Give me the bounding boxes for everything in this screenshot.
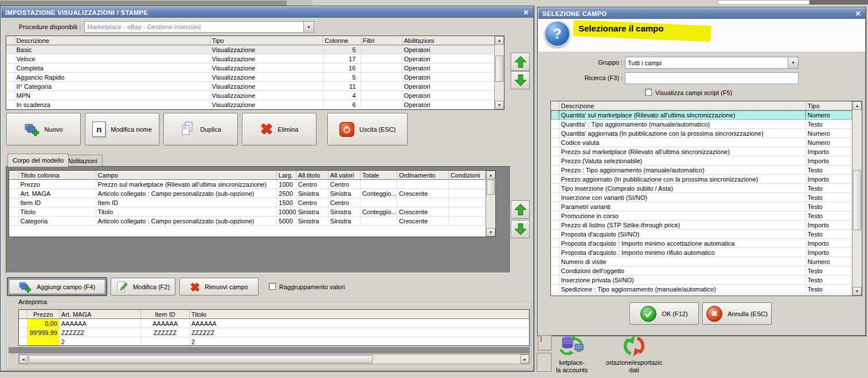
scrollbar-thumb[interactable]	[495, 56, 503, 82]
rimuovi-campo-button[interactable]: ✖ Rimuovi campo	[179, 278, 259, 296]
gruppo-label: Gruppo :	[555, 59, 623, 66]
scroll-right-icon[interactable]: ►	[521, 355, 529, 364]
scroll-up-icon[interactable]: ▲	[853, 101, 862, 110]
list-item[interactable]: Tipo inserzione (Compralo subito / Asta)…	[551, 184, 852, 193]
col-larg: Larg.	[276, 171, 296, 180]
move-down-button[interactable]	[511, 71, 530, 89]
ok-button[interactable]: OK (F12)	[630, 302, 699, 325]
raggruppamento-checkbox[interactable]	[269, 283, 276, 290]
field-move-down-button[interactable]	[511, 220, 530, 238]
modifica-campo-button[interactable]: Modifica (F2)	[111, 278, 175, 296]
close-icon[interactable]: ✕	[523, 9, 529, 16]
left-window-titlebar: IMPOSTAZIONE VISUALIZZAZIONI / STAMPE ✕	[1, 7, 533, 18]
elimina-button[interactable]: ✖ Elimina	[242, 113, 316, 145]
table-row[interactable]: Completa Visualizzazione 16 Operatori	[6, 64, 494, 73]
col-all-titolo: All.titolo	[296, 171, 328, 180]
views-table: Descrizione Tipo Colonne Filtri Abilitaz…	[6, 36, 505, 110]
list-item[interactable]: Prezzo (Valuta selezionabile) Importo	[551, 156, 852, 166]
list-item[interactable]: Inserzione privata (SI/NO) Testo	[551, 275, 852, 285]
anteprima-label: Anteprima	[16, 298, 49, 305]
duplica-button[interactable]: Duplica	[163, 113, 238, 145]
procedures-label: Procedure disponibili :	[11, 23, 81, 30]
import-export-icon[interactable]: ortazione/esportazic dati	[585, 334, 683, 374]
window-impostazione-visualizzazioni: IMPOSTAZIONE VISUALIZZAZIONI / STAMPE ✕ …	[0, 6, 534, 372]
list-item[interactable]: Inserzione con varianti (SI/NO) Testo	[551, 193, 852, 202]
tab-corpo-del-modello[interactable]: Corpo del modello	[7, 153, 69, 167]
background-strip	[810, 0, 868, 5]
power-icon	[339, 122, 354, 137]
list-scrollbar[interactable]: ▲ ▼	[852, 101, 862, 296]
modifica-nome-button[interactable]: n Modifica nome	[85, 113, 159, 145]
list-item[interactable]: Proposta d'acquisto (SI/NO) Testo	[551, 230, 852, 239]
list-item[interactable]: Parametri varianti Testo	[551, 202, 852, 211]
col-all-valori: All.valori	[328, 171, 360, 180]
table-row[interactable]: Categoria Articolo collegato : Campo per…	[9, 216, 486, 226]
table-row[interactable]: Veloce Visualizzazione 17 Operatori	[6, 54, 494, 64]
procedures-value: Marketplace - eBay - Gestione inserzioni	[85, 23, 303, 30]
procedures-dropdown[interactable]: Marketplace - eBay - Gestione inserzioni…	[84, 21, 314, 33]
col-titolo-colonna: Titolo colonna	[18, 171, 96, 180]
table-row[interactable]: MPN Visualizzazione 4 Operatori	[6, 91, 494, 100]
list-item[interactable]: Quantita' sul marketplace (Rilevato all'…	[551, 111, 852, 120]
table-row[interactable]: Prezzo Prezzo sul marketplace (Rilevato …	[9, 180, 486, 189]
table-row[interactable]: Aggancio Rapido Visualizzazione 5 Operat…	[6, 73, 494, 82]
fields-header-row: Titolo colonna Campo Larg. All.titolo Al…	[9, 171, 486, 180]
scrollbar-thumb[interactable]	[487, 180, 495, 195]
list-item[interactable]: Promozione in corso Testo	[551, 211, 852, 220]
table-row[interactable]: Titolo Titolo 10000 Sinistra Sinistra Co…	[9, 207, 486, 216]
desktop-icon-label: dati	[585, 367, 683, 374]
green-arrow-up-icon	[514, 56, 527, 68]
scroll-up-icon[interactable]: ▲	[486, 171, 495, 179]
table-row[interactable]: Basic Visualizzazione 5 Operatori	[6, 45, 494, 54]
list-item[interactable]: Prezzo di listino (STP Strike-through pr…	[551, 220, 852, 230]
col-item-id: Item ID	[141, 310, 189, 319]
uscita-button[interactable]: Uscita (ESC)	[327, 113, 408, 145]
scrollbar-thumb[interactable]	[29, 355, 373, 363]
list-item[interactable]: Codice valuta Numero	[551, 138, 852, 147]
edit-icon	[116, 281, 128, 293]
views-scrollbar[interactable]: ▲ ▼	[494, 36, 504, 109]
ricerca-input[interactable]	[625, 72, 799, 84]
list-item[interactable]: Condizioni dell'oggetto Testo	[551, 266, 852, 275]
chevron-down-icon[interactable]: ▼	[788, 57, 798, 68]
scroll-down-icon[interactable]: ▼	[853, 287, 862, 296]
script-checkbox[interactable]	[645, 89, 652, 96]
table-row[interactable]: Item ID Item ID 1500 Centro Centro	[9, 198, 486, 207]
green-arrow-up-icon	[514, 203, 527, 216]
fields-scrollbar[interactable]: ▲ ▼	[486, 171, 495, 237]
col-tipo: Tipo	[210, 36, 323, 45]
list-item[interactable]: Spedizione : Tipo aggiornamento (manuale…	[551, 285, 852, 294]
list-item[interactable]: Prezzo : Tipo aggiornamento (manuale/aut…	[551, 166, 852, 175]
help-icon: ?	[544, 21, 570, 47]
aggiungi-campo-button[interactable]: Aggiungi campo (F4)	[7, 277, 107, 296]
annulla-button[interactable]: ✖ Annulla (ESC)	[702, 302, 772, 325]
gruppo-dropdown[interactable]: Tutti i campi ▼	[625, 57, 799, 69]
desktop: IMPOSTAZIONE VISUALIZZAZIONI / STAMPE ✕ …	[0, 0, 868, 378]
list-item[interactable]: Quantita' aggiornata (In pubblicazione c…	[551, 129, 852, 138]
chevron-down-icon[interactable]: ▼	[303, 22, 314, 32]
scroll-up-icon[interactable]: ▲	[495, 36, 504, 45]
list-item[interactable]: Proposta d'acquisto : Importo minimo rif…	[551, 248, 852, 257]
table-row[interactable]: II° Categoria Visualizzazione 11 Operato…	[6, 82, 494, 91]
scroll-down-icon[interactable]: ▼	[495, 101, 504, 109]
move-up-button[interactable]	[511, 53, 530, 71]
list-item[interactable]: Prezzo aggiornato (In pubblicazione con …	[551, 175, 852, 184]
col-ordinamento: Ordinamento	[397, 171, 448, 180]
scroll-left-icon[interactable]: ◄	[19, 355, 28, 364]
list-item[interactable]: Proposta d'acquisto : Importo minimo acc…	[551, 239, 852, 248]
table-row[interactable]: Art. MAGA Articolo collegato : Campo per…	[9, 189, 486, 198]
preview-row: 99'999,99 ZZZZZZ ZZZZZZ ZZZZZZ	[19, 328, 529, 337]
scrollbar-thumb[interactable]	[853, 170, 861, 230]
list-item[interactable]: Numero di visite Numero	[551, 257, 852, 266]
close-icon[interactable]: ✕	[855, 10, 861, 17]
list-item[interactable]: Prezzo sul marketplace (Rilevato all'ult…	[551, 147, 852, 156]
scroll-down-icon[interactable]: ▼	[486, 228, 495, 237]
background-strip	[287, 0, 312, 6]
nuovo-button[interactable]: Nuovo	[6, 113, 81, 145]
field-move-up-button[interactable]	[511, 200, 530, 219]
table-row[interactable]: In scadenza Visualizzazione 6 Operatori	[6, 100, 494, 109]
col-colonne: Colonne	[323, 36, 361, 45]
preview-hscrollbar[interactable]: ◄ ►	[18, 354, 530, 364]
list-item[interactable]: Quantita' : Tipo aggiornamento (manuale/…	[551, 120, 852, 129]
col-condizioni: Condizioni	[448, 171, 485, 180]
